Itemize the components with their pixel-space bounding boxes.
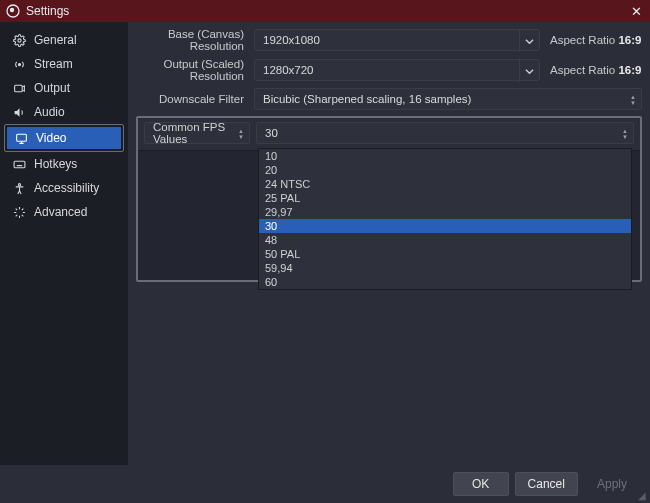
output-resolution-label: Output (Scaled) Resolution xyxy=(136,58,248,82)
spinner-icon[interactable]: ▲▼ xyxy=(625,89,641,111)
fps-option[interactable]: 50 PAL xyxy=(259,247,631,261)
svg-rect-4 xyxy=(14,85,22,92)
sidebar-item-stream[interactable]: Stream xyxy=(0,52,128,76)
fps-dropdown[interactable]: 10 20 24 NTSC 25 PAL 29,97 30 48 50 PAL … xyxy=(258,148,632,290)
svg-rect-5 xyxy=(17,134,27,141)
monitor-icon xyxy=(15,132,28,145)
downscale-filter-value: Bicubic (Sharpened scaling, 16 samples) xyxy=(263,93,471,105)
gear-icon xyxy=(12,33,26,47)
fps-value: 30 xyxy=(265,127,278,139)
sidebar-item-label: Advanced xyxy=(34,205,87,219)
base-aspect-ratio: Aspect Ratio 16:9 xyxy=(546,34,642,46)
fps-mode-label: Common FPS Values xyxy=(153,121,231,145)
content-pane: Base (Canvas) Resolution 1920x1080 Aspec… xyxy=(128,22,650,465)
sidebar-item-accessibility[interactable]: Accessibility xyxy=(0,176,128,200)
chevron-down-icon[interactable] xyxy=(519,30,539,52)
spinner-icon[interactable]: ▲▼ xyxy=(233,123,249,145)
base-resolution-combo[interactable]: 1920x1080 xyxy=(254,29,540,51)
resize-grip-icon[interactable]: ◢ xyxy=(638,491,648,501)
base-resolution-value: 1920x1080 xyxy=(263,34,320,46)
fps-mode-combo[interactable]: Common FPS Values ▲▼ xyxy=(144,122,250,144)
sidebar-item-video[interactable]: Video xyxy=(4,124,124,152)
svg-point-2 xyxy=(17,38,20,41)
close-icon[interactable]: ✕ xyxy=(629,4,644,19)
svg-point-7 xyxy=(18,183,20,185)
output-resolution-row: Output (Scaled) Resolution 1280x720 Aspe… xyxy=(136,58,642,82)
downscale-filter-label: Downscale Filter xyxy=(136,93,248,105)
spinner-icon[interactable]: ▲▼ xyxy=(617,123,633,145)
tools-icon xyxy=(12,205,26,219)
fps-option[interactable]: 25 PAL xyxy=(259,191,631,205)
fps-option[interactable]: 20 xyxy=(259,163,631,177)
sidebar-item-audio[interactable]: Audio xyxy=(0,100,128,124)
fps-option[interactable]: 29,97 xyxy=(259,205,631,219)
base-resolution-row: Base (Canvas) Resolution 1920x1080 Aspec… xyxy=(136,28,642,52)
sidebar-item-label: Stream xyxy=(34,57,73,71)
fps-option[interactable]: 48 xyxy=(259,233,631,247)
fps-option[interactable]: 24 NTSC xyxy=(259,177,631,191)
chevron-down-icon[interactable] xyxy=(519,60,539,82)
downscale-filter-row: Downscale Filter Bicubic (Sharpened scal… xyxy=(136,88,642,110)
sidebar-item-advanced[interactable]: Advanced xyxy=(0,200,128,224)
sidebar-item-label: Output xyxy=(34,81,70,95)
fps-option[interactable]: 59,94 xyxy=(259,261,631,275)
svg-point-3 xyxy=(18,63,20,65)
output-icon xyxy=(12,81,26,95)
keyboard-icon xyxy=(12,157,26,171)
ok-button[interactable]: OK xyxy=(453,472,509,496)
accessibility-icon xyxy=(12,181,26,195)
fps-value-combo[interactable]: 30 ▲▼ xyxy=(256,122,634,144)
sidebar-item-label: Audio xyxy=(34,105,65,119)
svg-point-1 xyxy=(10,8,14,12)
app-icon xyxy=(6,4,20,18)
svg-rect-6 xyxy=(14,161,25,168)
footer: OK Cancel Apply xyxy=(0,465,650,503)
sidebar-item-label: General xyxy=(34,33,77,47)
fps-option-selected[interactable]: 30 xyxy=(259,219,631,233)
fps-panel: Common FPS Values ▲▼ 30 ▲▼ 10 20 24 NTSC xyxy=(136,116,642,282)
base-resolution-label: Base (Canvas) Resolution xyxy=(136,28,248,52)
titlebar: Settings ✕ xyxy=(0,0,650,22)
fps-option[interactable]: 60 xyxy=(259,275,631,289)
sidebar-item-hotkeys[interactable]: Hotkeys xyxy=(0,152,128,176)
fps-option[interactable]: 10 xyxy=(259,149,631,163)
output-aspect-ratio: Aspect Ratio 16:9 xyxy=(546,64,642,76)
sidebar-item-output[interactable]: Output xyxy=(0,76,128,100)
output-resolution-value: 1280x720 xyxy=(263,64,314,76)
sidebar-item-label: Hotkeys xyxy=(34,157,77,171)
sidebar: General Stream Output Audio xyxy=(0,22,128,465)
sidebar-item-general[interactable]: General xyxy=(0,28,128,52)
output-resolution-combo[interactable]: 1280x720 xyxy=(254,59,540,81)
speaker-icon xyxy=(12,105,26,119)
sidebar-item-label: Video xyxy=(36,131,66,145)
apply-button: Apply xyxy=(584,472,640,496)
window-title: Settings xyxy=(26,4,629,18)
downscale-filter-combo[interactable]: Bicubic (Sharpened scaling, 16 samples) … xyxy=(254,88,642,110)
broadcast-icon xyxy=(12,57,26,71)
cancel-button[interactable]: Cancel xyxy=(515,472,578,496)
sidebar-item-label: Accessibility xyxy=(34,181,99,195)
